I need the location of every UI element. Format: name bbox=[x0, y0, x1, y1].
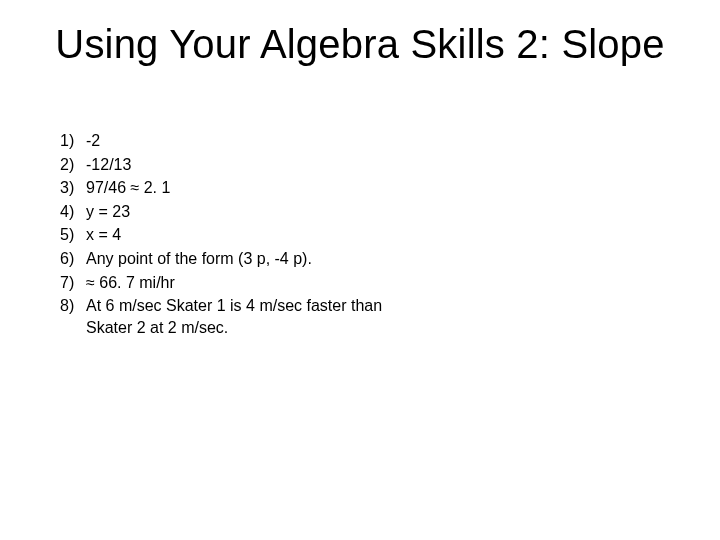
item-number: 8) bbox=[60, 295, 86, 317]
list-item: 5) x = 4 bbox=[60, 224, 400, 246]
list-item: 1) -2 bbox=[60, 130, 400, 152]
list-item: 3) 97/46 ≈ 2. 1 bbox=[60, 177, 400, 199]
item-answer: x = 4 bbox=[86, 224, 400, 246]
answer-list: 1) -2 2) -12/13 3) 97/46 ≈ 2. 1 4) y = 2… bbox=[60, 130, 400, 340]
item-number: 6) bbox=[60, 248, 86, 270]
item-answer: 97/46 ≈ 2. 1 bbox=[86, 177, 400, 199]
item-answer: Any point of the form (3 p, -4 p). bbox=[86, 248, 400, 270]
item-answer: -12/13 bbox=[86, 154, 400, 176]
slide: Using Your Algebra Skills 2: Slope 1) -2… bbox=[0, 0, 720, 540]
item-number: 4) bbox=[60, 201, 86, 223]
list-item: 4) y = 23 bbox=[60, 201, 400, 223]
item-answer: ≈ 66. 7 mi/hr bbox=[86, 272, 400, 294]
list-item: 8) At 6 m/sec Skater 1 is 4 m/sec faster… bbox=[60, 295, 400, 338]
item-answer: y = 23 bbox=[86, 201, 400, 223]
list-item: 7) ≈ 66. 7 mi/hr bbox=[60, 272, 400, 294]
item-number: 1) bbox=[60, 130, 86, 152]
item-number: 3) bbox=[60, 177, 86, 199]
list-item: 6) Any point of the form (3 p, -4 p). bbox=[60, 248, 400, 270]
item-answer: At 6 m/sec Skater 1 is 4 m/sec faster th… bbox=[86, 295, 400, 338]
item-number: 2) bbox=[60, 154, 86, 176]
list-item: 2) -12/13 bbox=[60, 154, 400, 176]
item-number: 7) bbox=[60, 272, 86, 294]
item-number: 5) bbox=[60, 224, 86, 246]
page-title: Using Your Algebra Skills 2: Slope bbox=[0, 22, 720, 67]
item-answer: -2 bbox=[86, 130, 400, 152]
